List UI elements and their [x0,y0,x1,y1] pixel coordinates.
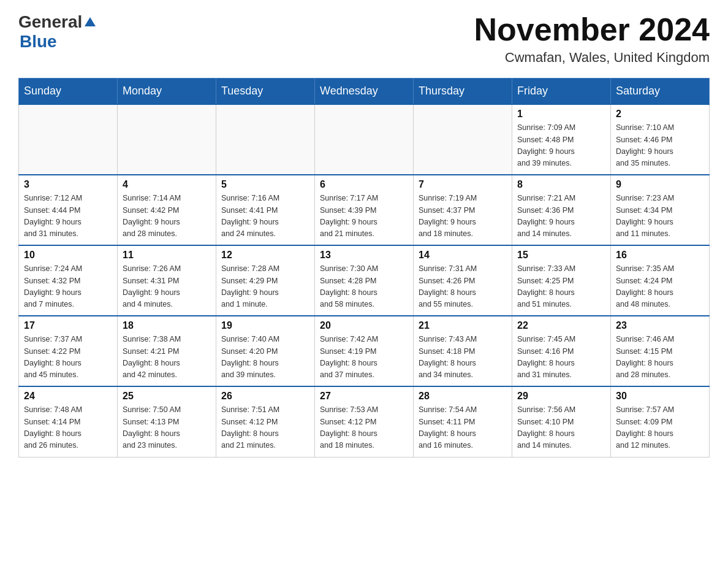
day-number: 5 [221,179,309,190]
day-number: 18 [123,320,211,331]
day-cell: 28Sunrise: 7:54 AMSunset: 4:11 PMDayligh… [414,386,512,457]
day-info: Sunrise: 7:54 AMSunset: 4:11 PMDaylight:… [419,404,507,452]
day-number: 25 [123,391,211,402]
logo-row1: General [18,12,97,32]
day-number: 4 [123,179,211,190]
week-row-5: 24Sunrise: 7:48 AMSunset: 4:14 PMDayligh… [19,386,710,457]
weekday-header-row: SundayMondayTuesdayWednesdayThursdayFrid… [19,79,710,105]
day-cell: 25Sunrise: 7:50 AMSunset: 4:13 PMDayligh… [118,386,216,457]
day-info: Sunrise: 7:46 AMSunset: 4:15 PMDaylight:… [616,334,704,381]
logo-general: General [18,12,82,32]
day-cell: 19Sunrise: 7:40 AMSunset: 4:20 PMDayligh… [216,316,315,386]
day-number: 11 [123,250,211,261]
day-info: Sunrise: 7:21 AMSunset: 4:36 PMDaylight:… [517,193,605,240]
day-info: Sunrise: 7:43 AMSunset: 4:18 PMDaylight:… [419,334,507,381]
week-row-4: 17Sunrise: 7:37 AMSunset: 4:22 PMDayligh… [19,316,710,386]
day-cell: 26Sunrise: 7:51 AMSunset: 4:12 PMDayligh… [216,386,315,457]
day-number: 24 [24,391,112,402]
logo-icon [83,15,97,29]
svg-marker-0 [85,17,96,26]
day-number: 15 [517,250,605,261]
day-cell: 9Sunrise: 7:23 AMSunset: 4:34 PMDaylight… [611,175,710,245]
day-number: 8 [517,179,605,190]
logo: General Blue [18,12,97,52]
day-cell: 7Sunrise: 7:19 AMSunset: 4:37 PMDaylight… [414,175,512,245]
day-cell: 10Sunrise: 7:24 AMSunset: 4:32 PMDayligh… [19,245,118,316]
day-number: 14 [419,250,507,261]
day-cell: 16Sunrise: 7:35 AMSunset: 4:24 PMDayligh… [611,245,710,316]
day-number: 21 [419,320,507,331]
day-number: 29 [517,391,605,402]
day-number: 9 [616,179,704,190]
day-info: Sunrise: 7:57 AMSunset: 4:09 PMDaylight:… [616,404,704,452]
day-cell: 22Sunrise: 7:45 AMSunset: 4:16 PMDayligh… [512,316,611,386]
day-number: 23 [616,320,704,331]
day-cell: 11Sunrise: 7:26 AMSunset: 4:31 PMDayligh… [118,245,216,316]
day-cell: 3Sunrise: 7:12 AMSunset: 4:44 PMDaylight… [19,175,118,245]
day-info: Sunrise: 7:35 AMSunset: 4:24 PMDaylight:… [616,263,704,311]
day-info: Sunrise: 7:23 AMSunset: 4:34 PMDaylight:… [616,193,704,240]
day-cell: 5Sunrise: 7:16 AMSunset: 4:41 PMDaylight… [216,175,315,245]
day-info: Sunrise: 7:26 AMSunset: 4:31 PMDaylight:… [123,263,211,311]
day-info: Sunrise: 7:31 AMSunset: 4:26 PMDaylight:… [419,263,507,311]
day-info: Sunrise: 7:10 AMSunset: 4:46 PMDaylight:… [616,122,704,170]
weekday-header-saturday: Saturday [611,79,710,105]
day-info: Sunrise: 7:17 AMSunset: 4:39 PMDaylight:… [320,193,408,240]
day-number: 30 [616,391,704,402]
day-info: Sunrise: 7:45 AMSunset: 4:16 PMDaylight:… [517,334,605,381]
day-info: Sunrise: 7:24 AMSunset: 4:32 PMDaylight:… [24,263,112,311]
day-number: 13 [320,250,408,261]
day-number: 26 [221,391,309,402]
day-info: Sunrise: 7:14 AMSunset: 4:42 PMDaylight:… [123,193,211,240]
page-header: General Blue November 2024 Cwmafan, Wale… [18,12,710,66]
day-cell: 14Sunrise: 7:31 AMSunset: 4:26 PMDayligh… [414,245,512,316]
day-number: 12 [221,250,309,261]
day-cell [414,104,512,175]
day-info: Sunrise: 7:09 AMSunset: 4:48 PMDaylight:… [517,122,605,170]
weekday-header-friday: Friday [512,79,611,105]
day-cell: 6Sunrise: 7:17 AMSunset: 4:39 PMDaylight… [315,175,414,245]
day-info: Sunrise: 7:30 AMSunset: 4:28 PMDaylight:… [320,263,408,311]
day-info: Sunrise: 7:50 AMSunset: 4:13 PMDaylight:… [123,404,211,452]
day-number: 1 [517,109,605,120]
day-cell: 21Sunrise: 7:43 AMSunset: 4:18 PMDayligh… [414,316,512,386]
day-number: 2 [616,109,704,120]
day-number: 19 [221,320,309,331]
logo-blue: Blue [20,32,57,52]
weekday-header-tuesday: Tuesday [216,79,315,105]
day-number: 10 [24,250,112,261]
day-number: 16 [616,250,704,261]
day-info: Sunrise: 7:33 AMSunset: 4:25 PMDaylight:… [517,263,605,311]
day-info: Sunrise: 7:53 AMSunset: 4:12 PMDaylight:… [320,404,408,452]
day-cell: 20Sunrise: 7:42 AMSunset: 4:19 PMDayligh… [315,316,414,386]
weekday-header-monday: Monday [118,79,216,105]
week-row-3: 10Sunrise: 7:24 AMSunset: 4:32 PMDayligh… [19,245,710,316]
day-info: Sunrise: 7:56 AMSunset: 4:10 PMDaylight:… [517,404,605,452]
day-cell: 13Sunrise: 7:30 AMSunset: 4:28 PMDayligh… [315,245,414,316]
title-block: November 2024 Cwmafan, Wales, United Kin… [474,12,710,66]
day-info: Sunrise: 7:12 AMSunset: 4:44 PMDaylight:… [24,193,112,240]
day-number: 28 [419,391,507,402]
day-number: 3 [24,179,112,190]
day-number: 27 [320,391,408,402]
day-cell: 4Sunrise: 7:14 AMSunset: 4:42 PMDaylight… [118,175,216,245]
day-info: Sunrise: 7:51 AMSunset: 4:12 PMDaylight:… [221,404,309,452]
day-cell: 30Sunrise: 7:57 AMSunset: 4:09 PMDayligh… [611,386,710,457]
day-info: Sunrise: 7:38 AMSunset: 4:21 PMDaylight:… [123,334,211,381]
day-cell: 17Sunrise: 7:37 AMSunset: 4:22 PMDayligh… [19,316,118,386]
location: Cwmafan, Wales, United Kingdom [474,50,710,66]
day-cell: 1Sunrise: 7:09 AMSunset: 4:48 PMDaylight… [512,104,611,175]
day-info: Sunrise: 7:28 AMSunset: 4:29 PMDaylight:… [221,263,309,311]
day-number: 6 [320,179,408,190]
day-cell [118,104,216,175]
weekday-header-thursday: Thursday [414,79,512,105]
day-cell: 12Sunrise: 7:28 AMSunset: 4:29 PMDayligh… [216,245,315,316]
day-cell: 24Sunrise: 7:48 AMSunset: 4:14 PMDayligh… [19,386,118,457]
day-cell [315,104,414,175]
day-cell: 23Sunrise: 7:46 AMSunset: 4:15 PMDayligh… [611,316,710,386]
weekday-header-sunday: Sunday [19,79,118,105]
day-info: Sunrise: 7:19 AMSunset: 4:37 PMDaylight:… [419,193,507,240]
day-info: Sunrise: 7:40 AMSunset: 4:20 PMDaylight:… [221,334,309,381]
month-title: November 2024 [474,12,710,47]
day-info: Sunrise: 7:42 AMSunset: 4:19 PMDaylight:… [320,334,408,381]
